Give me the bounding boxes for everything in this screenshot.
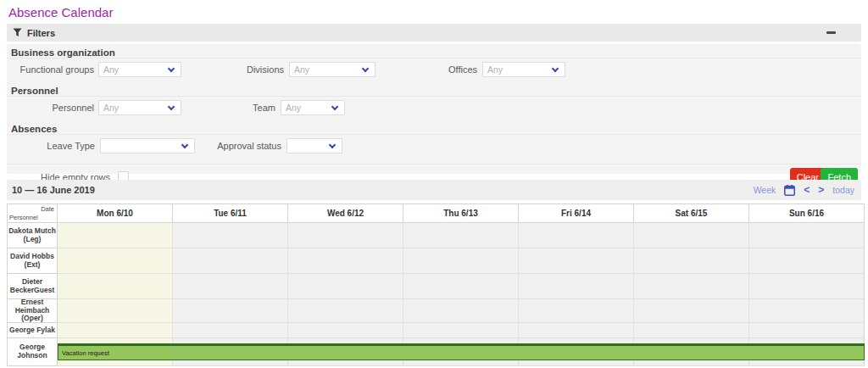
prev-week-button[interactable]: <	[804, 185, 810, 195]
calendar-cell[interactable]	[173, 223, 288, 248]
calendar-cell[interactable]	[173, 323, 288, 338]
offices-label: Offices	[392, 64, 477, 75]
day-header-sun: Sun 6/16	[749, 204, 865, 223]
calendar-cell[interactable]	[58, 248, 173, 274]
leave-type-select[interactable]	[100, 138, 195, 153]
today-button[interactable]: today	[832, 185, 854, 195]
calendar-cell[interactable]	[173, 248, 288, 274]
calendar-icon[interactable]	[784, 185, 795, 196]
personnel-label: Personnel	[7, 103, 94, 113]
filter-funnel-icon	[13, 28, 22, 37]
filters-panel-body: Business organization Functional groups …	[7, 44, 861, 174]
calendar-cell[interactable]	[519, 299, 634, 323]
section-absences: Absences	[7, 120, 861, 135]
calendar-cell[interactable]	[634, 223, 749, 248]
calendar-cell[interactable]	[749, 223, 865, 248]
table-row: George Johnson Vacation request	[8, 338, 865, 366]
calendar-cell[interactable]	[403, 323, 519, 338]
calendar-cell[interactable]	[634, 299, 749, 323]
filters-header-label: Filters	[27, 28, 55, 38]
calendar-cell[interactable]	[519, 274, 634, 299]
table-row: Dakota Mutch (Leg)	[8, 223, 865, 248]
section-business-organization: Business organization	[7, 44, 861, 59]
page-title: Absence Calendar	[8, 5, 113, 20]
divisions-label: Divisions	[202, 64, 284, 75]
filters-panel-header[interactable]: Filters	[7, 24, 861, 42]
section-personnel: Personnel	[7, 82, 861, 97]
absences-fields-row: Leave Type Approval status	[7, 135, 861, 159]
calendar-cell[interactable]	[288, 299, 403, 323]
offices-select[interactable]: Any	[482, 62, 565, 77]
day-header-wed: Wed 6/12	[288, 204, 403, 223]
corner-header-cell: Date Personnel	[8, 204, 58, 223]
calendar-cell[interactable]	[403, 223, 519, 248]
personnel-name-cell: Dieter BeckerGuest	[8, 274, 58, 299]
calendar-cell[interactable]	[288, 323, 403, 338]
calendar-cell[interactable]	[58, 274, 173, 299]
calendar-cell[interactable]	[288, 248, 403, 274]
personnel-name-cell: Ernest Heimbach (Oper)	[8, 299, 58, 323]
approval-status-select[interactable]	[287, 138, 342, 153]
personnel-value: Any	[99, 103, 165, 113]
chevron-down-icon	[168, 64, 175, 71]
calendar-cell[interactable]	[173, 274, 288, 299]
calendar-cell[interactable]	[519, 248, 634, 274]
calendar-cell[interactable]	[58, 323, 173, 338]
next-week-button[interactable]: >	[818, 185, 824, 195]
table-row: George Fylak	[8, 323, 865, 338]
chevron-down-icon	[329, 141, 336, 148]
business-fields-row: Functional groups Any Divisions Any Offi…	[7, 59, 861, 82]
functional-groups-value: Any	[99, 64, 165, 75]
calendar-cell[interactable]	[519, 223, 634, 248]
personnel-fields-row: Personnel Any Team Any	[7, 97, 861, 120]
personnel-select[interactable]: Any	[98, 100, 181, 115]
corner-date-label: Date	[41, 205, 54, 213]
calendar-cell[interactable]	[403, 248, 519, 274]
calendar-cell[interactable]	[403, 274, 519, 299]
approval-status-label: Approval status	[202, 141, 281, 151]
table-row: Ernest Heimbach (Oper)	[8, 299, 865, 323]
calendar-cell[interactable]	[403, 299, 519, 323]
chevron-down-icon	[552, 64, 559, 71]
day-header-tue: Tue 6/11	[173, 204, 288, 223]
calendar-cell[interactable]	[173, 299, 288, 323]
corner-personnel-label: Personnel	[9, 214, 38, 221]
week-view-button[interactable]: Week	[754, 185, 776, 195]
calendar-cell[interactable]	[749, 323, 865, 338]
calendar-cell[interactable]	[749, 248, 865, 274]
calendar-cell[interactable]	[288, 274, 403, 299]
table-row: David Hobbs (Ext)	[8, 248, 865, 274]
calendar-cell[interactable]	[288, 223, 403, 248]
calendar-cell[interactable]	[749, 274, 865, 299]
day-header-fri: Fri 6/14	[519, 204, 634, 223]
personnel-name-cell: George Johnson	[8, 338, 58, 366]
calendar-cell[interactable]	[58, 223, 173, 248]
chevron-down-icon	[331, 103, 338, 109]
calendar-cell[interactable]	[634, 274, 749, 299]
offices-value: Any	[483, 64, 549, 75]
day-header-thu: Thu 6/13	[403, 204, 519, 223]
team-select[interactable]: Any	[281, 100, 345, 115]
day-header-sat: Sat 6/15	[634, 204, 749, 223]
personnel-name-cell: David Hobbs (Ext)	[8, 248, 58, 274]
day-header-mon: Mon 6/10	[58, 204, 173, 223]
divisions-value: Any	[290, 64, 359, 75]
functional-groups-label: Functional groups	[7, 64, 94, 75]
date-range-label: 10 — 16 June 2019	[12, 185, 95, 195]
calendar-cell[interactable]	[634, 323, 749, 338]
event-label: Vacation request	[58, 349, 109, 357]
calendar-cell[interactable]	[634, 248, 749, 274]
calendar-cell[interactable]	[749, 299, 865, 323]
collapse-panel-icon[interactable]	[826, 31, 836, 34]
divisions-select[interactable]: Any	[289, 62, 376, 77]
calendar-cell[interactable]	[519, 323, 634, 338]
chevron-down-icon	[181, 141, 188, 148]
personnel-name-cell: George Fylak	[8, 323, 58, 338]
calendar-cell[interactable]	[58, 299, 173, 323]
chevron-down-icon	[168, 103, 175, 109]
date-toolbar: 10 — 16 June 2019 Week < > today	[7, 180, 861, 200]
functional-groups-select[interactable]: Any	[98, 62, 181, 77]
vacation-request-event[interactable]: Vacation request	[58, 343, 865, 360]
team-label: Team	[202, 103, 275, 113]
absence-calendar-grid: Date Personnel Mon 6/10 Tue 6/11 Wed 6/1…	[7, 204, 865, 366]
